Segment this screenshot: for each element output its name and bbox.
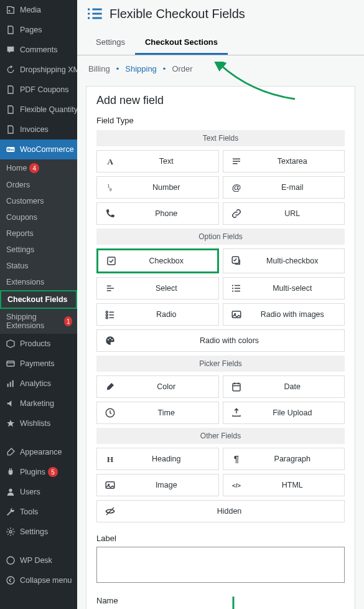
url-icon — [230, 208, 243, 219]
html-icon: </> — [230, 479, 243, 491]
sidebar-item-plugins[interactable]: Plugins5 — [0, 462, 77, 482]
field-type-label: Time — [121, 408, 212, 417]
field-type-image[interactable]: Image — [96, 474, 219, 496]
svg-rect-47 — [233, 384, 240, 391]
sidebar-item-users[interactable]: Users — [0, 482, 77, 502]
sidebar-sub-home[interactable]: Home4 — [0, 159, 77, 177]
page-icon — [5, 104, 16, 115]
field-type-html[interactable]: </>HTML — [223, 474, 345, 496]
paragraph-icon: ¶ — [230, 453, 243, 465]
field-type-textarea[interactable]: Textarea — [223, 150, 345, 172]
sidebar-sub-reports[interactable]: Reports — [0, 225, 77, 242]
sidebar-item-marketing[interactable]: Marketing — [0, 394, 77, 413]
sidebar-item-label: Plugins — [20, 468, 45, 476]
crumb-order[interactable]: Order — [172, 64, 192, 73]
label-input[interactable] — [96, 547, 345, 583]
field-type-date[interactable]: Date — [223, 375, 345, 398]
field-type-phone[interactable]: Phone — [96, 202, 219, 225]
svg-point-45 — [110, 338, 111, 339]
field-type-color[interactable]: Color — [96, 375, 219, 398]
multiselect-icon — [230, 283, 243, 294]
brush-icon — [5, 446, 16, 458]
sidebar-item-appearance[interactable]: Appearance — [0, 442, 77, 462]
field-type-multicheckbox[interactable]: Multi-checkbox — [223, 248, 345, 273]
sidebar-sub-coupons[interactable]: Coupons — [0, 209, 77, 225]
sidebar-sub-settings[interactable]: Settings — [0, 242, 77, 258]
field-type-email[interactable]: @E-mail — [223, 176, 345, 199]
sidebar-sub-customers[interactable]: Customers — [0, 193, 77, 209]
svg-point-46 — [111, 339, 113, 340]
sidebar-item-tools[interactable]: Tools — [0, 502, 77, 522]
sidebar-item-flexible-quantity[interactable]: Flexible Quantity — [0, 100, 77, 120]
svg-point-8 — [9, 489, 12, 492]
field-type-file[interactable]: File Upload — [223, 402, 345, 424]
field-type-text[interactable]: AText — [96, 150, 219, 172]
woo-icon: Woo — [5, 144, 16, 155]
sidebar-item-invoices[interactable]: Invoices — [0, 120, 77, 139]
sidebar-item-label: Comments — [20, 45, 57, 54]
list-icon — [86, 5, 103, 22]
svg-point-40 — [106, 317, 108, 319]
sidebar-sub-checkout-fields[interactable]: Checkout Fields — [0, 290, 77, 309]
sidebar-sub-orders[interactable]: Orders — [0, 177, 77, 193]
tab-checkout-sections[interactable]: Checkout Sections — [135, 31, 228, 55]
badge: 4 — [29, 163, 39, 173]
sidebar-item-pdf-coupons[interactable]: PDF Coupons — [0, 80, 77, 100]
svg-point-36 — [106, 311, 108, 313]
svg-rect-6 — [10, 382, 11, 387]
card-icon — [5, 358, 16, 369]
field-type-heading[interactable]: HHeading — [96, 448, 219, 470]
category-header: Other Fields — [96, 428, 345, 444]
field-type-label: Field Type — [96, 116, 345, 125]
sidebar-sub-status[interactable]: Status — [0, 258, 77, 274]
svg-point-44 — [108, 339, 109, 340]
svg-rect-3 — [7, 361, 14, 366]
sidebar-item-comments[interactable]: Comments — [0, 40, 77, 60]
breadcrumb: Billing • Shipping • Order — [77, 55, 364, 82]
sidebar-sub-extensions[interactable]: Extensions — [0, 274, 77, 290]
sidebar-item-wp-desk[interactable]: WP Desk — [0, 550, 77, 570]
sidebar-item-products[interactable]: Products — [0, 334, 77, 354]
gear-icon — [5, 526, 16, 537]
field-type-radiocolor[interactable]: Radio with colors — [96, 329, 345, 352]
main-content: Flexible Checkout Fields SettingsCheckou… — [77, 0, 364, 609]
field-type-select[interactable]: Select — [96, 277, 219, 300]
sidebar-item-wishlists[interactable]: Wishlists — [0, 413, 77, 433]
field-type-paragraph[interactable]: ¶Paragraph — [223, 448, 345, 470]
field-type-multiselect[interactable]: Multi-select — [223, 277, 345, 300]
field-type-radioimg[interactable]: Radio with images — [223, 303, 345, 326]
tab-settings[interactable]: Settings — [86, 31, 135, 55]
sidebar-item-settings[interactable]: Settings — [0, 522, 77, 542]
field-type-label: Number — [121, 183, 212, 192]
sidebar-sub-shipping-extensions[interactable]: Shipping Extensions1 — [0, 309, 77, 334]
field-type-label: E-mail — [247, 183, 338, 192]
svg-point-11 — [7, 577, 14, 584]
field-type-number[interactable]: 19Number — [96, 176, 219, 199]
chart-icon — [5, 378, 16, 389]
field-type-radio[interactable]: Radio — [96, 303, 219, 326]
field-type-label: Select — [121, 284, 212, 293]
field-type-time[interactable]: Time — [96, 402, 219, 424]
checkbox-icon — [105, 255, 118, 267]
crumb-billing[interactable]: Billing — [88, 64, 110, 73]
field-type-url[interactable]: URL — [223, 202, 345, 225]
sidebar-item-media[interactable]: Media — [0, 0, 77, 20]
sidebar-item-analytics[interactable]: Analytics — [0, 374, 77, 394]
field-type-label: Textarea — [247, 157, 338, 166]
field-type-label: HTML — [247, 481, 338, 489]
wrench-icon — [5, 506, 16, 517]
text-icon: A — [103, 156, 117, 167]
sidebar-sub-label: Status — [6, 262, 28, 270]
field-type-checkbox[interactable]: Checkbox — [96, 248, 219, 273]
field-type-hidden[interactable]: Hidden — [96, 500, 345, 522]
sidebar-item-woocommerce[interactable]: WooWooCommerce — [0, 139, 77, 159]
sidebar-item-label: Media — [20, 6, 41, 14]
crumb-shipping[interactable]: Shipping — [125, 64, 157, 73]
sidebar-item-collapse-menu[interactable]: Collapse menu — [0, 570, 77, 590]
sidebar-item-label: Flexible Quantity — [20, 105, 78, 114]
sidebar-item-payments[interactable]: Payments — [0, 354, 77, 374]
svg-point-35 — [231, 290, 233, 291]
sidebar-item-pages[interactable]: Pages — [0, 20, 77, 40]
field-type-label: Phone — [121, 209, 212, 218]
sidebar-item-dropshipping-xml[interactable]: Dropshipping XML — [0, 60, 77, 80]
